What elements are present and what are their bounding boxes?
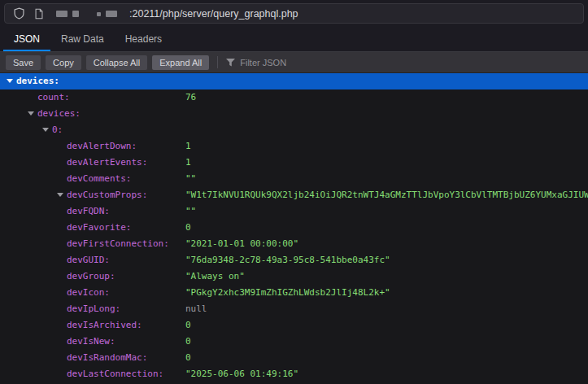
json-value: "" [185,171,196,187]
json-row[interactable]: devIsNew: 0 [0,334,588,350]
json-value: 0 [185,220,191,236]
tab-headers[interactable]: Headers [115,27,172,51]
json-row[interactable]: devGUID: "76da9348-2c78-49a3-95c8-541bbe… [0,252,588,268]
json-value: "2025-06-06 01:49:16" [185,366,298,382]
redacted-block [56,11,68,17]
json-key: devAlertDown: [67,141,137,151]
redacted-block [106,11,117,17]
toolbar-divider [217,56,218,68]
save-button[interactable]: Save [6,55,41,70]
json-row[interactable]: count: 76 [0,89,588,106]
json-key: devFirstConnection: [67,238,169,249]
json-value: "Always on" [185,268,245,285]
chevron-down-icon[interactable] [57,193,63,197]
json-value: "W1t7IkNVU1RQUk9QX2ljb24iOiJQR2tnWTJ4aGM… [185,187,588,203]
redacted-host-text [56,11,122,17]
url-text[interactable]: :20211/php/server/query_graphql.php [129,8,298,20]
chevron-down-icon[interactable] [7,79,13,83]
json-key: devFavorite: [67,222,131,233]
browser-topbar: :20211/php/server/query_graphql.php [0,0,588,27]
json-tree: devices: count: 76 devices: 0: devAlertD… [0,73,588,382]
json-key: devComments: [67,173,131,184]
json-key: devIsArchived: [67,320,142,330]
json-value: "PGkgY2xhc3M9ImZhIGZhLWdsb2JlIj48L2k+" [185,285,390,301]
json-key: devices: [37,108,81,119]
filter-funnel-icon [226,55,235,70]
tab-raw-data[interactable]: Raw Data [50,27,115,51]
json-row[interactable]: devFirstConnection: "2021-01-01 00:00:00… [0,236,588,252]
json-value: null [185,301,207,317]
json-value: 1 [185,155,191,171]
redacted-block [72,11,79,17]
json-row[interactable]: devIsArchived: 0 [0,317,588,334]
json-key: devFQDN: [67,206,110,216]
json-row[interactable]: devIpLong: null [0,301,588,317]
json-row[interactable]: devIsRandomMac: 0 [0,350,588,366]
json-key: count: [37,92,70,103]
filter-json-box[interactable] [226,55,346,70]
shield-icon[interactable] [12,7,25,20]
chevron-down-icon[interactable] [28,111,34,116]
json-row[interactable]: 0: [0,122,588,138]
json-row[interactable]: devAlertDown: 1 [0,138,588,155]
json-row[interactable]: devFavorite: 0 [0,220,588,236]
json-value: 0 [185,334,191,350]
json-key: devGroup: [67,271,115,281]
chevron-down-icon[interactable] [42,128,49,132]
json-value: "76da9348-2c78-49a3-95c8-541bbe0a43fc" [185,252,390,268]
json-key: devCustomProps: [67,190,147,200]
json-viewer-tabbar: JSON Raw Data Headers [0,27,588,52]
json-row[interactable]: devLastConnection: "2025-06-06 01:49:16" [0,366,588,382]
tab-headers-label: Headers [125,33,162,45]
json-row[interactable]: devices: [0,106,588,122]
url-bar[interactable]: :20211/php/server/query_graphql.php [4,3,584,24]
json-key: devIpLong: [67,303,120,314]
collapse-all-button[interactable]: Collapse All [86,55,147,70]
tab-json[interactable]: JSON [3,27,50,51]
filter-json-input[interactable] [240,58,346,68]
json-key: devIsRandomMac: [67,352,147,363]
json-rows: count: 76 devices: 0: devAlertDown: 1 de… [0,89,588,382]
json-row[interactable]: devIcon: "PGkgY2xhc3M9ImZhIGZhLWdsb2JlIj… [0,285,588,301]
json-key: 0: [52,124,63,135]
page-icon[interactable] [33,7,46,20]
tab-raw-data-label: Raw Data [61,33,104,45]
json-row[interactable]: devAlertEvents: 1 [0,155,588,171]
json-value: 0 [185,317,191,334]
json-root-row[interactable]: devices: [0,73,588,89]
json-row[interactable]: devComments: "" [0,171,588,187]
json-value: 0 [185,350,191,366]
json-value: 76 [185,89,196,106]
json-value: "" [185,203,196,220]
tab-json-label: JSON [14,33,40,45]
json-row[interactable]: devCustomProps: "W1t7IkNVU1RQUk9QX2ljb24… [0,187,588,203]
redacted-gap [84,11,92,17]
json-row[interactable]: devGroup: "Always on" [0,268,588,285]
json-row[interactable]: devFQDN: "" [0,203,588,220]
json-key: devAlertEvents: [67,157,147,168]
json-key: devIcon: [67,287,110,298]
json-value: "2021-01-01 00:00:00" [185,236,298,252]
json-key: devGUID: [67,255,110,265]
json-key: devLastConnection: [67,369,163,379]
json-viewer-toolbar: Save Copy Collapse All Expand All [0,52,588,73]
json-value: 1 [185,138,191,155]
json-root-key: devices: [16,76,59,86]
json-key: devIsNew: [67,336,115,347]
expand-all-button[interactable]: Expand All [152,55,209,70]
redacted-block [97,12,101,16]
copy-button[interactable]: Copy [46,55,81,70]
